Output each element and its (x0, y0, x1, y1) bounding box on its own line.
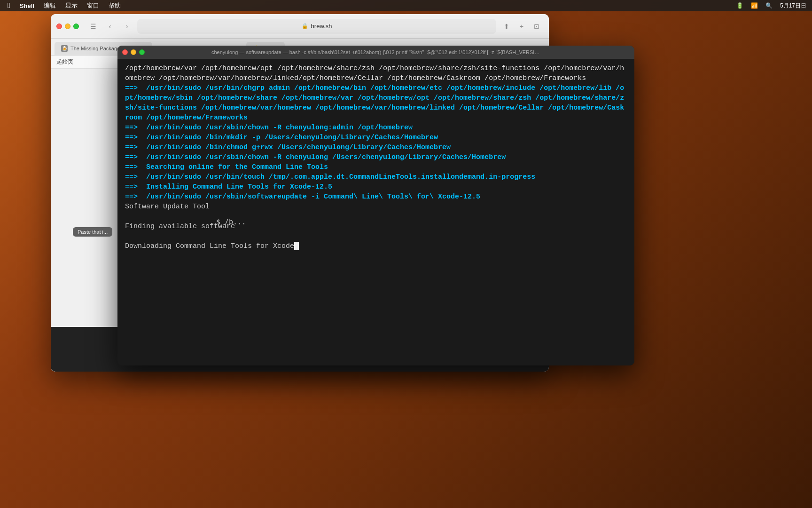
terminal-cursor (294, 242, 299, 250)
homebrew-tab-favicon: 🍺 (61, 45, 68, 52)
app-name-label[interactable]: Shell (16, 1, 38, 10)
desktop:  Shell 编辑 显示 窗口 帮助 🔋 📶 🔍 5月17日日 ☰ ‹ › (0, 0, 812, 508)
terminal-line-2: ==> /usr/bin/sudo /usr/bin/chgrp admin /… (125, 83, 627, 123)
browser-sidebar-right-button[interactable]: ⊡ (530, 20, 543, 33)
edit-menu[interactable]: 编辑 (40, 0, 60, 11)
browser-action-buttons: ⬆ + ⊡ (500, 20, 543, 33)
menubar-right: 🔋 📶 🔍 5月17日日 (734, 2, 808, 10)
browser-sidebar-button[interactable]: ☰ (86, 20, 100, 33)
terminal-traffic-lights (122, 49, 145, 55)
menubar:  Shell 编辑 显示 窗口 帮助 🔋 📶 🔍 5月17日日 (0, 0, 812, 11)
view-menu[interactable]: 显示 (62, 0, 81, 11)
terminal-titlebar: chenyulong — softwareupdate — bash -c #!… (117, 46, 634, 59)
browser-traffic-lights (56, 24, 79, 29)
browser-newtab-button[interactable]: + (515, 20, 528, 33)
terminal-close-button[interactable] (122, 49, 128, 55)
address-text: brew.sh (311, 23, 332, 30)
terminal-line-10: ==> /usr/bin/sudo /usr/sbin/softwareupda… (125, 192, 627, 202)
terminal-line-4: ==> /usr/bin/sudo /bin/mkdir -p /Users/c… (125, 133, 627, 143)
terminal-title-text: chenyulong — softwareupdate — bash -c #!… (211, 49, 540, 55)
browser-forward-button[interactable]: › (120, 20, 133, 33)
terminal-line-5: ==> /usr/bin/sudo /bin/chmod g+rwx /User… (125, 143, 627, 152)
bookmark-item-home[interactable]: 起始页 (56, 58, 73, 66)
terminal-line-8: ==> /usr/bin/sudo /usr/bin/touch /tmp/.c… (125, 172, 627, 182)
downloading-text: Downloading Command Line Tools for Xcode (125, 242, 294, 250)
terminal-line-empty-1 (125, 212, 627, 222)
terminal-line-11: Software Update Tool (125, 202, 627, 212)
terminal-prompt-side: $ /b... (216, 217, 246, 227)
terminal-line-1: /opt/homebrew/var /opt/homebrew/opt /opt… (125, 64, 627, 83)
terminal-line-7: ==> Searching online for the Command Lin… (125, 162, 627, 172)
paste-hint-tooltip: Paste that i... (73, 227, 112, 237)
terminal-line-9: ==> Installing Command Line Tools for Xc… (125, 182, 627, 192)
browser-titlebar: ☰ ‹ › 🔒 brew.sh ⬆ + ⊡ (51, 14, 549, 39)
apple-menu[interactable]:  (4, 0, 14, 11)
terminal-line-3: ==> /usr/bin/sudo /usr/sbin/chown -R che… (125, 123, 627, 133)
browser-back-button[interactable]: ‹ (103, 20, 117, 33)
wifi-icon: 📶 (749, 2, 760, 9)
battery-icon: 🔋 (734, 2, 745, 9)
bookmark-home-label: 起始页 (56, 58, 73, 66)
terminal-maximize-button[interactable] (139, 49, 145, 55)
terminal-line-downloading: Downloading Command Line Tools for Xcode (125, 241, 627, 251)
menubar-left:  Shell 编辑 显示 窗口 帮助 (4, 0, 125, 11)
terminal-content[interactable]: /opt/homebrew/var /opt/homebrew/opt /opt… (117, 59, 634, 365)
terminal-minimize-button[interactable] (131, 49, 136, 55)
browser-close-button[interactable] (56, 24, 62, 29)
browser-share-button[interactable]: ⬆ (500, 20, 513, 33)
search-icon[interactable]: 🔍 (764, 2, 774, 9)
terminal-line-empty-2 (125, 231, 627, 241)
address-lock-icon: 🔒 (302, 23, 308, 29)
window-menu[interactable]: 窗口 (83, 0, 103, 11)
date-display: 5月17日日 (778, 2, 808, 10)
help-menu[interactable]: 帮助 (105, 0, 125, 11)
browser-address-bar[interactable]: 🔒 brew.sh (137, 19, 496, 34)
terminal-line-6: ==> /usr/bin/sudo /usr/sbin/chown -R che… (125, 152, 627, 162)
browser-maximize-button[interactable] (73, 24, 79, 29)
terminal-line-finding: Finding available software (125, 222, 627, 231)
browser-minimize-button[interactable] (65, 24, 70, 29)
terminal-window[interactable]: chenyulong — softwareupdate — bash -c #!… (117, 46, 634, 365)
